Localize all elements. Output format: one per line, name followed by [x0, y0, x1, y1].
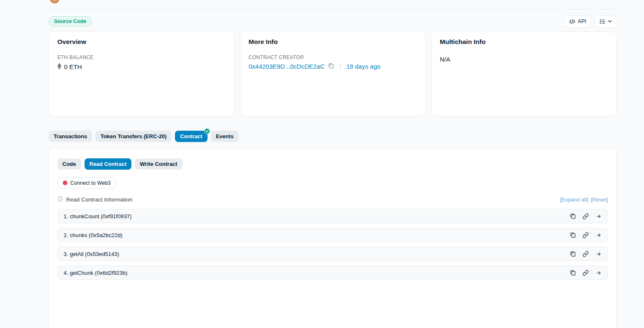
eth-balance-value: 0 ETH	[64, 63, 82, 70]
contract-page: Source Code API	[0, 0, 644, 328]
function-label: 2. chunks (0x5a2bc22d)	[64, 232, 123, 238]
function-label: 1. chunkCount (0xf91f0937)	[64, 213, 132, 220]
tab-transactions[interactable]: Transactions	[49, 131, 92, 142]
subtab-code[interactable]: Code	[57, 158, 81, 170]
tab-contract-label: Contract	[180, 133, 202, 139]
tab-contract[interactable]: Contract	[175, 131, 207, 142]
link-icon[interactable]	[582, 213, 589, 220]
contract-creator-label: CONTRACT CREATOR	[249, 54, 417, 60]
copy-icon[interactable]	[570, 232, 576, 238]
info-cards: Overview ETH BALANCE 0 ETH More Info CON…	[49, 31, 617, 116]
arrow-right-icon[interactable]	[595, 214, 602, 219]
address-avatar	[50, 0, 59, 3]
more-info-card-title: More Info	[249, 38, 417, 46]
copy-icon[interactable]	[570, 251, 576, 257]
function-row-chunks[interactable]: 2. chunks (0x5a2bc22d)	[57, 228, 608, 242]
disconnected-status-icon	[63, 181, 67, 185]
function-label: 3. getAll (0x53ed5143)	[64, 251, 119, 257]
copy-icon	[328, 63, 334, 70]
read-function-list: 1. chunkCount (0xf91f0937) 2. chunks (0x…	[57, 209, 608, 280]
copy-icon[interactable]	[570, 213, 576, 219]
multichain-value: N/A	[440, 56, 608, 63]
verified-check-icon	[204, 128, 210, 134]
multichain-card-title: Multichain Info	[440, 38, 608, 46]
subtab-write-contract[interactable]: Write Contract	[135, 158, 182, 170]
link-icon[interactable]	[582, 251, 589, 257]
function-label: 4. getChunk (0x6d2f923b)	[64, 270, 128, 276]
document-icon	[57, 196, 63, 203]
multichain-info-card: Multichain Info N/A	[431, 31, 617, 116]
ethereum-icon	[57, 63, 62, 71]
contract-panel: Code Read Contract Write Contract Connec…	[49, 148, 617, 328]
header-divider	[49, 9, 617, 10]
connect-to-web3-button[interactable]: Connect to Web3	[57, 177, 116, 189]
source-code-badge: Source Code	[49, 16, 92, 26]
read-contract-section-title: Read Contract Information	[66, 196, 132, 203]
arrow-right-icon[interactable]	[595, 232, 602, 238]
tab-token-transfers[interactable]: Token Transfers (ERC-20)	[95, 131, 172, 142]
creation-txn-age-link[interactable]: 18 days ago	[346, 63, 380, 70]
reset-link[interactable]: [Reset]	[591, 196, 608, 203]
subtab-read-contract[interactable]: Read Contract	[85, 158, 132, 170]
overview-card: Overview ETH BALANCE 0 ETH	[49, 31, 234, 116]
chevron-down-icon	[608, 20, 612, 23]
link-icon[interactable]	[582, 232, 589, 238]
function-row-getAll[interactable]: 3. getAll (0x53ed5143)	[57, 247, 608, 261]
connect-to-web3-label: Connect to Web3	[70, 180, 110, 186]
copy-address-button[interactable]	[327, 63, 335, 70]
header-actions: API	[564, 15, 617, 28]
link-icon[interactable]	[582, 270, 589, 276]
overview-card-title: Overview	[57, 38, 226, 46]
arrow-right-icon[interactable]	[595, 251, 602, 257]
expand-all-link[interactable]: [Expand all]	[560, 196, 588, 203]
arrow-right-icon[interactable]	[595, 270, 602, 276]
code-brackets-icon	[569, 19, 575, 24]
api-button[interactable]: API	[564, 15, 591, 28]
read-contract-header: Read Contract Information [Expand all] […	[57, 196, 608, 203]
tab-events[interactable]: Events	[211, 131, 239, 142]
badge-toolbar: Source Code API	[49, 15, 617, 28]
more-info-card: More Info CONTRACT CREATOR 0x44203E9D...…	[240, 31, 426, 116]
view-options-button[interactable]	[594, 15, 617, 28]
api-button-label: API	[578, 18, 586, 24]
address-tabs: Transactions Token Transfers (ERC-20) Co…	[49, 131, 239, 142]
value-separator: |	[340, 63, 341, 70]
list-check-icon	[599, 18, 606, 24]
copy-icon[interactable]	[570, 270, 576, 276]
function-row-chunkCount[interactable]: 1. chunkCount (0xf91f0937)	[57, 209, 608, 223]
contract-sub-tabs: Code Read Contract Write Contract	[57, 158, 608, 170]
eth-balance-label: ETH BALANCE	[57, 54, 226, 60]
contract-creator-address-link[interactable]: 0x44203E9D...0cDcDE2aC	[249, 63, 325, 70]
function-row-getChunk[interactable]: 4. getChunk (0x6d2f923b)	[57, 266, 608, 280]
